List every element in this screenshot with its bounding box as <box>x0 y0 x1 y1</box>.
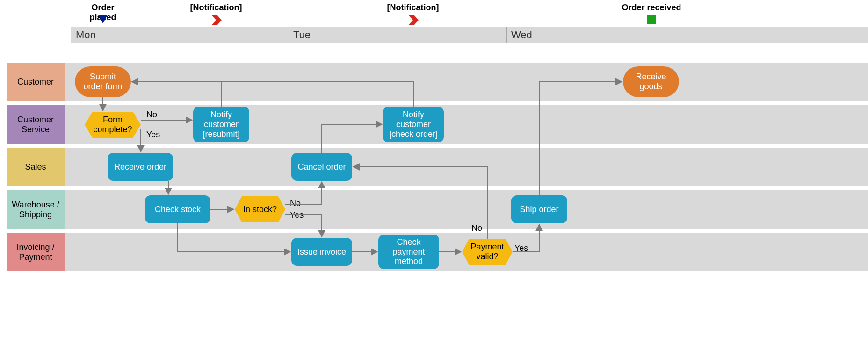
node-label: Issue invoice <box>297 247 346 257</box>
timeline-tick <box>289 27 289 43</box>
chevron-marker-icon <box>407 14 420 26</box>
lane-body-customer-service <box>65 105 868 144</box>
lane-label: Customer Service <box>7 115 65 134</box>
node-check-stock: Check stock <box>145 195 210 223</box>
lane-header-warehouse: Warehouse / Shipping <box>7 190 65 229</box>
node-label: Notify customer [check order] <box>386 110 441 139</box>
square-marker-icon <box>647 15 656 24</box>
node-label: Receive goods <box>628 72 674 91</box>
node-ship-order: Ship order <box>511 195 567 223</box>
node-issue-invoice: Issue invoice <box>291 238 352 266</box>
node-label: Payment valid? <box>467 242 508 261</box>
node-label: Form complete? <box>89 115 136 134</box>
node-check-payment-method: Check payment method <box>378 235 439 269</box>
chevron-marker-icon <box>210 14 223 26</box>
lane-header-customer: Customer <box>7 63 65 101</box>
node-cancel-order: Cancel order <box>291 153 352 181</box>
node-submit-order-form: Submit order form <box>75 66 131 97</box>
lane-label: Invoicing / Payment <box>7 242 65 262</box>
node-form-complete: Form complete? <box>85 112 141 138</box>
node-label: Notify customer [resubmit] <box>196 110 246 139</box>
timeline-day-wed: Wed <box>511 29 532 41</box>
node-label: Ship order <box>520 205 558 214</box>
lane-body-customer <box>65 63 868 101</box>
marker-label-order-received: Order received <box>619 3 684 13</box>
node-in-stock: In stock? <box>235 196 285 222</box>
edge-label-form-complete-yes: Yes <box>146 130 160 140</box>
triangle-marker-icon <box>98 15 108 23</box>
node-label: In stock? <box>243 205 277 214</box>
node-label: Submit order form <box>80 72 126 91</box>
node-notify-resubmit: Notify customer [resubmit] <box>193 107 249 142</box>
node-notify-check-order: Notify customer [check order] <box>383 107 444 142</box>
node-label: Receive order <box>114 162 166 172</box>
node-receive-goods: Receive goods <box>623 66 679 97</box>
lane-label: Sales <box>25 162 46 172</box>
node-label: Check stock <box>155 205 201 214</box>
marker-label-notification-1: [Notification] <box>183 3 249 13</box>
timeline-day-mon: Mon <box>76 29 96 41</box>
edge-label-in-stock-yes: Yes <box>290 210 304 220</box>
node-label: Check payment method <box>381 237 436 266</box>
lane-header-sales: Sales <box>7 148 65 186</box>
timeline-tick <box>506 27 507 43</box>
marker-label-notification-2: [Notification] <box>380 3 446 13</box>
lane-header-customer-service: Customer Service <box>7 105 65 144</box>
node-receive-order: Receive order <box>108 153 173 181</box>
lane-label: Warehouse / Shipping <box>7 200 65 219</box>
timeline-day-tue: Tue <box>293 29 311 41</box>
node-payment-valid: Payment valid? <box>462 239 513 265</box>
edge-label-payment-valid-no: No <box>471 223 482 233</box>
node-label: Cancel order <box>297 162 346 172</box>
lane-header-invoicing: Invoicing / Payment <box>7 233 65 271</box>
lane-body-sales <box>65 148 868 186</box>
edge-label-payment-valid-yes: Yes <box>514 243 528 253</box>
edge-label-form-complete-no: No <box>146 110 157 120</box>
timeline-bar <box>71 27 868 43</box>
edge-label-in-stock-no: No <box>290 199 301 208</box>
lane-label: Customer <box>17 77 54 87</box>
